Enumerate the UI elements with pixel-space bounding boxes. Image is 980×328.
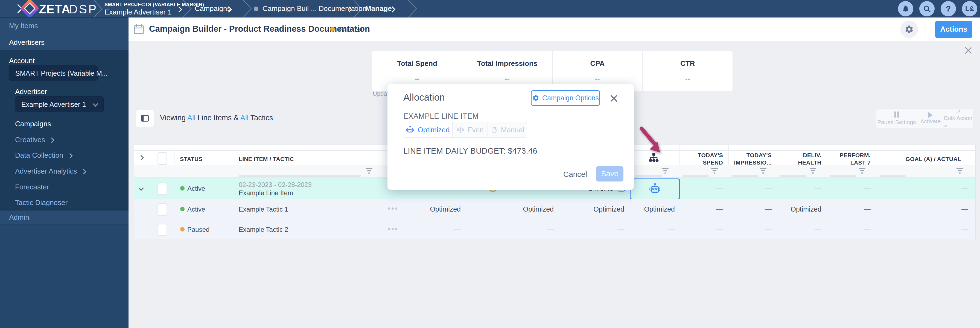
nav-label: Creatives	[15, 135, 45, 144]
scrollbar-thumb[interactable]	[732, 175, 758, 177]
column-header-status[interactable]: STATUS	[180, 155, 203, 162]
column-header-deliv-health[interactable]: DELIV. HEALTH	[780, 151, 821, 166]
breadcrumb-advertiser[interactable]: Example Advertiser 1	[105, 8, 172, 16]
calendar-icon	[133, 23, 145, 35]
row-checkbox[interactable]	[158, 183, 167, 195]
cell-todays-spend: —	[695, 185, 723, 193]
status-badge: Paused	[338, 26, 362, 34]
sidebar-item-campaigns[interactable]: Campaigns	[15, 120, 51, 128]
chevron-right-icon	[49, 137, 54, 143]
stat-value: --	[643, 74, 733, 83]
filter-icon[interactable]	[365, 168, 373, 175]
cell-perform-last7: —	[843, 226, 870, 233]
account-select[interactable]: SMART Projects (Variable M...	[9, 65, 98, 81]
scrollbar-thumb[interactable]	[780, 175, 807, 177]
search-button[interactable]	[919, 1, 935, 16]
table-row-tactic[interactable]: Paused Example Tactic 2 — — — — — — — — …	[134, 219, 975, 239]
close-modal-icon[interactable]	[609, 94, 618, 103]
column-header-todays-spend[interactable]: TODAY'S SPEND	[682, 151, 723, 166]
campaign-status-dot	[254, 6, 258, 11]
column-settings-button[interactable]	[136, 109, 154, 127]
row-name: Example Tactic 2	[239, 226, 288, 233]
row-checkbox[interactable]	[158, 203, 167, 216]
close-banner-icon[interactable]	[964, 46, 973, 55]
sidebar-item-advertiser-analytics[interactable]: Advertiser Analytics	[15, 167, 86, 175]
breadcrumb-separator	[353, 0, 363, 18]
sidebar-item-my-items-label[interactable]: My Items	[9, 22, 38, 30]
column-header-perform-last7[interactable]: PERFORM. LAST 7	[830, 151, 870, 166]
row-menu-icon[interactable]	[388, 207, 399, 210]
filter-icon[interactable]	[858, 168, 866, 175]
viewing-all-line-items-link[interactable]: All	[187, 114, 196, 122]
scrollbar-thumb[interactable]	[830, 175, 856, 177]
segment-optimized[interactable]: Optimized	[403, 122, 452, 137]
pause-settings-label: Pause Settings	[877, 119, 916, 126]
chevron-right-icon	[67, 153, 73, 159]
cell-mid: Optimized	[499, 205, 554, 213]
sidebar-item-forecaster[interactable]: Forecaster	[15, 183, 49, 191]
sidebar-item-advertisers-label[interactable]: Advertisers	[9, 38, 45, 47]
bulk-action-toolbar: Pause Settings Activate Bulk Action	[876, 108, 974, 128]
bulk-action-button[interactable]: Bulk Action	[943, 109, 974, 128]
cell-allocation: Optimized	[620, 205, 675, 213]
breadcrumb-campaigns[interactable]: Campaigns	[195, 4, 231, 13]
pause-settings-button[interactable]: Pause Settings	[876, 109, 917, 128]
activate-button[interactable]: Activate	[917, 109, 943, 128]
pause-icon	[894, 111, 900, 119]
viewing-all-tactics-link[interactable]: All	[240, 114, 248, 122]
top-navigation-bar: ZETA DSP SMART PROJECTS (VARIABLE MARGIN…	[0, 0, 980, 18]
column-header-todays-impressions[interactable]: TODAY'S IMPRESSIO...	[730, 151, 772, 166]
filter-icon[interactable]	[759, 168, 767, 175]
filter-icon[interactable]	[809, 168, 817, 175]
notifications-button[interactable]	[898, 1, 913, 16]
expand-all-icon[interactable]	[138, 155, 144, 161]
crumb-text: Campaign Buil	[262, 4, 309, 13]
filter-icon[interactable]	[956, 168, 964, 175]
advertiser-select[interactable]: Example Advertiser 1	[15, 96, 103, 112]
settings-button[interactable]	[900, 21, 918, 38]
cancel-button[interactable]: Cancel	[563, 170, 587, 179]
cell-todays-spend: —	[695, 205, 723, 213]
activate-label: Activate	[920, 118, 941, 125]
save-button[interactable]: Save	[596, 166, 624, 182]
filter-icon[interactable]	[711, 168, 718, 175]
cell-allocation: —	[620, 226, 675, 233]
sidebar-item-creatives[interactable]: Creatives	[15, 135, 54, 144]
help-button[interactable]: ?	[940, 1, 956, 16]
actions-button[interactable]: Actions	[935, 21, 972, 38]
campaign-options-button[interactable]: Campaign Options	[531, 90, 600, 106]
collapse-row-icon[interactable]	[138, 185, 144, 191]
filter-icon[interactable]	[662, 168, 669, 175]
segment-manual[interactable]: Manual	[488, 122, 527, 137]
column-header-line-item[interactable]: LINE ITEM / TACTIC	[239, 155, 294, 162]
breadcrumb-separator	[242, 0, 253, 18]
viewing-summary: Viewing All Line Items & All Tactics	[160, 114, 273, 122]
bulk-edit-icon	[955, 109, 962, 115]
scrollbar-thumb[interactable]	[682, 175, 709, 177]
stat-ctr: CTR --	[642, 51, 733, 91]
row-checkbox[interactable]	[158, 224, 167, 236]
sidebar-item-data-collection[interactable]: Data Collection	[15, 151, 72, 160]
breadcrumb-manage[interactable]: Manage	[365, 4, 392, 13]
select-all-checkbox[interactable]	[158, 152, 167, 165]
paused-status-dot	[180, 227, 185, 231]
column-header-goal-actual[interactable]: GOAL (A) / ACTUAL	[876, 155, 968, 162]
scrollbar-thumb[interactable]	[880, 175, 905, 177]
avatar[interactable]: L&	[962, 1, 977, 16]
scrollbar-thumb[interactable]	[635, 175, 662, 177]
breadcrumb-separator	[407, 0, 418, 18]
chevron-down-icon	[93, 101, 98, 107]
stat-label: Total Spend	[372, 59, 462, 68]
sidebar-item-tactic-diagnoser[interactable]: Tactic Diagnoser	[15, 199, 68, 207]
scrollbar-thumb[interactable]	[239, 175, 361, 177]
cell-deliv-health: —	[794, 226, 821, 233]
bell-icon	[902, 5, 910, 13]
table-row-tactic[interactable]: Active Example Tactic 1 Optimized Optimi…	[134, 199, 975, 219]
allocation-cell-selected[interactable]	[630, 178, 680, 199]
sidebar-item-admin-label[interactable]: Admin	[9, 213, 29, 222]
row-menu-icon[interactable]	[388, 227, 399, 231]
segment-label: Optimized	[418, 126, 450, 134]
hand-icon	[490, 126, 498, 134]
segment-even[interactable]: Even	[452, 122, 488, 137]
scale-icon	[457, 126, 465, 134]
